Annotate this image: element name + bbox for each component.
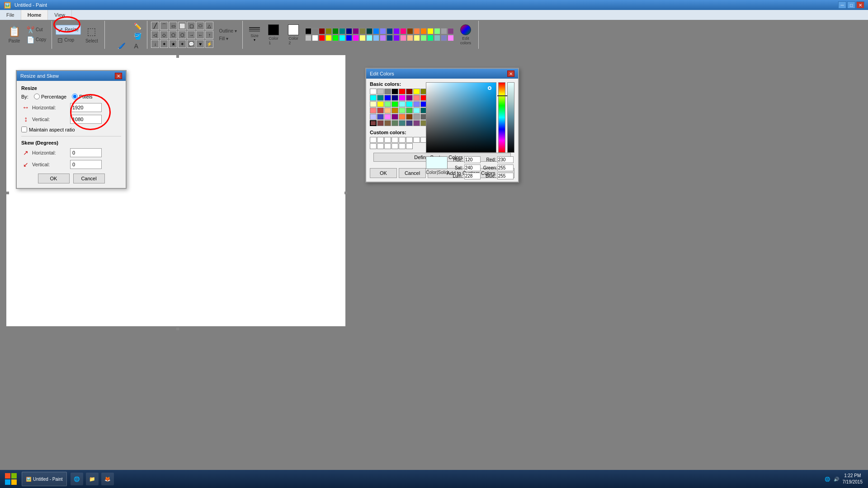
basic-color-swatch[interactable] bbox=[377, 101, 384, 107]
outline-button[interactable]: Outline▾ bbox=[217, 28, 239, 34]
custom-color-swatch[interactable] bbox=[399, 143, 406, 149]
basic-color-swatch[interactable] bbox=[384, 114, 391, 120]
palette-swatch[interactable] bbox=[400, 35, 406, 41]
vertical-input[interactable] bbox=[70, 115, 102, 124]
shape-rtri[interactable]: ◁ bbox=[151, 31, 159, 39]
basic-color-swatch[interactable] bbox=[392, 89, 398, 94]
basic-color-swatch[interactable] bbox=[406, 95, 413, 101]
select-button[interactable]: ⬚ Select bbox=[83, 22, 101, 47]
basic-color-swatch[interactable] bbox=[392, 95, 398, 101]
palette-swatch[interactable] bbox=[434, 35, 440, 41]
basic-color-swatch[interactable] bbox=[370, 108, 377, 113]
palette-swatch[interactable] bbox=[366, 35, 373, 41]
basic-color-swatch[interactable] bbox=[399, 89, 406, 94]
palette-swatch[interactable] bbox=[373, 35, 379, 41]
color-gradient-picker[interactable] bbox=[426, 82, 496, 153]
basic-color-swatch[interactable] bbox=[377, 108, 384, 113]
shape-star4[interactable]: ✦ bbox=[160, 40, 168, 48]
brightness-slider[interactable] bbox=[507, 82, 514, 153]
basic-color-swatch[interactable] bbox=[413, 108, 420, 113]
copy-button[interactable]: 📄 Copy bbox=[25, 35, 48, 44]
shape-line[interactable]: ╱ bbox=[151, 22, 159, 30]
palette-swatch[interactable] bbox=[427, 28, 434, 34]
basic-color-swatch[interactable] bbox=[370, 89, 377, 94]
skew-h-input[interactable] bbox=[70, 148, 102, 157]
resize-dialog-close[interactable]: ✕ bbox=[115, 73, 122, 79]
close-button[interactable]: ✕ bbox=[856, 1, 864, 9]
start-button[interactable] bbox=[2, 471, 20, 487]
taskbar-firefox-icon[interactable]: 🦊 bbox=[101, 473, 114, 485]
basic-color-swatch[interactable] bbox=[392, 120, 398, 126]
palette-swatch[interactable] bbox=[332, 28, 339, 34]
palette-swatch[interactable] bbox=[407, 28, 413, 34]
shape-pent[interactable]: ⬠ bbox=[169, 31, 177, 39]
basic-color-swatch[interactable] bbox=[377, 89, 384, 94]
basic-color-swatch[interactable] bbox=[370, 95, 377, 101]
palette-swatch[interactable] bbox=[366, 28, 373, 34]
palette-swatch[interactable] bbox=[387, 35, 393, 41]
shape-star6[interactable]: ✶ bbox=[178, 40, 186, 48]
palette-swatch[interactable] bbox=[407, 35, 413, 41]
palette-swatch[interactable] bbox=[319, 35, 325, 41]
basic-color-swatch[interactable] bbox=[392, 108, 398, 113]
hue-input[interactable] bbox=[464, 156, 481, 163]
skew-v-input[interactable] bbox=[70, 160, 102, 169]
color1-button[interactable]: Color1 bbox=[264, 22, 283, 47]
palette-swatch[interactable] bbox=[332, 35, 339, 41]
basic-color-swatch[interactable] bbox=[413, 114, 420, 120]
basic-color-swatch[interactable] bbox=[399, 101, 406, 107]
palette-swatch[interactable] bbox=[441, 35, 447, 41]
basic-color-swatch[interactable] bbox=[406, 108, 413, 113]
maximize-button[interactable]: □ bbox=[847, 1, 855, 9]
custom-color-swatch[interactable] bbox=[384, 137, 391, 143]
shape-curve[interactable]: ⌒ bbox=[160, 22, 168, 30]
custom-color-swatch[interactable] bbox=[392, 137, 398, 143]
blue-input[interactable] bbox=[497, 173, 514, 179]
palette-swatch[interactable] bbox=[312, 35, 318, 41]
basic-color-swatch[interactable] bbox=[384, 120, 391, 126]
palette-swatch[interactable] bbox=[414, 28, 420, 34]
basic-color-swatch[interactable] bbox=[406, 120, 413, 126]
custom-color-swatch[interactable] bbox=[377, 137, 384, 143]
edit-colors-button[interactable]: Editcolors bbox=[457, 22, 475, 47]
basic-color-swatch[interactable] bbox=[384, 95, 391, 101]
palette-swatch[interactable] bbox=[393, 28, 400, 34]
palette-swatch[interactable] bbox=[353, 35, 359, 41]
palette-swatch[interactable] bbox=[346, 35, 352, 41]
basic-color-swatch[interactable] bbox=[392, 114, 398, 120]
palette-swatch[interactable] bbox=[373, 28, 379, 34]
palette-swatch[interactable] bbox=[326, 35, 332, 41]
taskbar-folder-icon[interactable]: 📁 bbox=[86, 473, 99, 485]
pencil-button[interactable]: ✏️ bbox=[132, 22, 143, 31]
shape-rect[interactable]: ▭ bbox=[169, 22, 177, 30]
basic-color-swatch[interactable] bbox=[413, 89, 420, 94]
resize-button[interactable]: ⤢ Resize bbox=[56, 25, 81, 35]
shape-arrow-u[interactable]: ↑ bbox=[205, 31, 213, 39]
palette-swatch[interactable] bbox=[346, 28, 352, 34]
custom-color-swatch[interactable] bbox=[399, 137, 406, 143]
palette-swatch[interactable] bbox=[400, 28, 406, 34]
palette-swatch[interactable] bbox=[319, 28, 325, 34]
resize-handle-top[interactable] bbox=[176, 55, 179, 58]
palette-swatch[interactable] bbox=[393, 35, 400, 41]
palette-swatch[interactable] bbox=[359, 28, 366, 34]
basic-color-swatch[interactable] bbox=[399, 108, 406, 113]
crop-button[interactable]: ⊡ Crop bbox=[56, 36, 81, 45]
basic-color-swatch[interactable] bbox=[392, 101, 398, 107]
resize-ok-button[interactable]: OK bbox=[38, 174, 70, 183]
basic-color-swatch-selected[interactable] bbox=[370, 120, 377, 126]
edit-colors-close[interactable]: ✕ bbox=[507, 70, 514, 77]
sat-input[interactable] bbox=[464, 164, 481, 171]
resize-handle-bottom[interactable] bbox=[176, 328, 179, 330]
shape-diamond[interactable]: ◇ bbox=[160, 31, 168, 39]
palette-swatch[interactable] bbox=[312, 28, 318, 34]
palette-swatch[interactable] bbox=[387, 28, 393, 34]
shape-callout[interactable]: 💬 bbox=[187, 40, 195, 48]
palette-swatch[interactable] bbox=[305, 28, 311, 34]
shape-tri[interactable]: △ bbox=[205, 22, 213, 30]
fill-button[interactable]: 🪣 bbox=[132, 32, 143, 41]
palette-swatch[interactable] bbox=[448, 35, 454, 41]
color2-button[interactable]: Color2 bbox=[284, 22, 302, 47]
basic-color-swatch[interactable] bbox=[377, 120, 384, 126]
edit-colors-cancel-button[interactable]: Cancel bbox=[399, 168, 426, 178]
